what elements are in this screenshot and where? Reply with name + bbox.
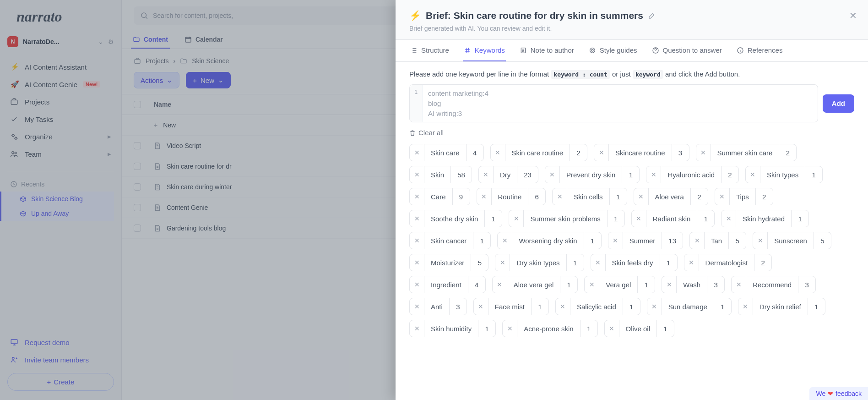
keyword-count[interactable]: 1 <box>660 254 677 271</box>
remove-keyword-button[interactable]: ✕ <box>491 144 505 161</box>
remove-keyword-button[interactable]: ✕ <box>732 276 746 293</box>
remove-keyword-button[interactable]: ✕ <box>722 210 736 227</box>
keyword-count[interactable]: 1 <box>531 298 548 315</box>
tab-keywords[interactable]: Keywords <box>463 40 506 61</box>
remove-keyword-button[interactable]: ✕ <box>662 276 677 293</box>
keyword-count[interactable]: 1 <box>622 166 639 183</box>
tab-structure[interactable]: Structure <box>409 40 450 61</box>
keyword-count[interactable]: 1 <box>656 320 674 337</box>
remove-keyword-button[interactable]: ✕ <box>605 320 619 337</box>
remove-keyword-button[interactable]: ✕ <box>647 298 662 315</box>
remove-keyword-button[interactable]: ✕ <box>410 144 424 161</box>
remove-keyword-button[interactable]: ✕ <box>410 166 424 183</box>
feedback-widget[interactable]: We ❤ feedback <box>809 387 868 400</box>
keyword-count[interactable]: 1 <box>607 210 624 227</box>
keyword-count[interactable]: 1 <box>714 298 731 315</box>
remove-keyword-button[interactable]: ✕ <box>646 166 661 183</box>
keyword-count[interactable]: 3 <box>798 276 815 293</box>
remove-keyword-button[interactable]: ✕ <box>594 144 609 161</box>
keyword-count[interactable]: 2 <box>779 144 796 161</box>
remove-keyword-button[interactable]: ✕ <box>509 210 524 227</box>
keywords-input[interactable]: 1 content marketing:4blogAI writing:3 <box>409 84 818 122</box>
keyword-chip: ✕Skin care4 <box>409 144 484 161</box>
remove-keyword-button[interactable]: ✕ <box>410 276 424 293</box>
remove-keyword-button[interactable]: ✕ <box>410 298 424 315</box>
keyword-chip: ✕Skin feels dry1 <box>591 254 678 271</box>
keyword-chip: ✕Summer skin care2 <box>696 144 797 161</box>
remove-keyword-button[interactable]: ✕ <box>634 188 649 205</box>
tab-question[interactable]: Question to answer <box>651 40 723 61</box>
keyword-count[interactable]: 1 <box>623 298 640 315</box>
remove-keyword-button[interactable]: ✕ <box>545 166 560 183</box>
remove-keyword-button[interactable]: ✕ <box>696 144 711 161</box>
remove-keyword-button[interactable]: ✕ <box>410 210 424 227</box>
remove-keyword-button[interactable]: ✕ <box>585 276 599 293</box>
keyword-count[interactable]: 3 <box>672 144 689 161</box>
remove-keyword-button[interactable]: ✕ <box>477 188 492 205</box>
remove-keyword-button[interactable]: ✕ <box>715 188 730 205</box>
keyword-count[interactable]: 1 <box>560 276 577 293</box>
keyword-count[interactable]: 1 <box>580 320 597 337</box>
keyword-count[interactable]: 23 <box>517 166 538 183</box>
keyword-count[interactable]: 1 <box>478 320 495 337</box>
clear-all-button[interactable]: Clear all <box>409 129 444 137</box>
keyword-count[interactable]: 4 <box>466 144 483 161</box>
keyword-count[interactable]: 1 <box>473 232 490 249</box>
remove-keyword-button[interactable]: ✕ <box>556 298 570 315</box>
keyword-chip: ✕Vera gel1 <box>584 276 655 293</box>
remove-keyword-button[interactable]: ✕ <box>591 254 606 271</box>
keyword-count[interactable]: 6 <box>528 188 545 205</box>
remove-keyword-button[interactable]: ✕ <box>410 320 424 337</box>
keyword-count[interactable]: 2 <box>755 188 773 205</box>
keyword-count[interactable]: 1 <box>805 166 822 183</box>
keyword-chip: ✕Sunscreen5 <box>753 232 831 249</box>
keyword-count[interactable]: 1 <box>609 188 627 205</box>
tab-style[interactable]: Style guides <box>588 40 638 61</box>
panel-tabs: Structure Keywords Note to author Style … <box>396 40 868 62</box>
keyword-count[interactable]: 4 <box>468 276 485 293</box>
remove-keyword-button[interactable]: ✕ <box>738 298 753 315</box>
keyword-count[interactable]: 1 <box>791 210 808 227</box>
remove-keyword-button[interactable]: ✕ <box>553 188 567 205</box>
keyword-count[interactable]: 9 <box>452 188 470 205</box>
keyword-count[interactable]: 3 <box>449 298 467 315</box>
keyword-count[interactable]: 5 <box>814 232 831 249</box>
remove-keyword-button[interactable]: ✕ <box>410 254 424 271</box>
remove-keyword-button[interactable]: ✕ <box>498 232 512 249</box>
close-button[interactable]: ✕ <box>849 10 857 21</box>
keyword-count[interactable]: 2 <box>690 188 708 205</box>
keyword-count[interactable]: 58 <box>450 166 472 183</box>
keyword-count[interactable]: 2 <box>721 166 738 183</box>
remove-keyword-button[interactable]: ✕ <box>608 232 623 249</box>
keyword-count[interactable]: 1 <box>584 232 601 249</box>
keyword-count[interactable]: 3 <box>707 276 724 293</box>
remove-keyword-button[interactable]: ✕ <box>474 298 488 315</box>
keyword-count[interactable]: 1 <box>566 254 584 271</box>
keyword-count[interactable]: 1 <box>637 276 655 293</box>
remove-keyword-button[interactable]: ✕ <box>493 276 507 293</box>
keyword-count[interactable]: 1 <box>697 210 714 227</box>
keyword-count[interactable]: 2 <box>754 254 771 271</box>
remove-keyword-button[interactable]: ✕ <box>746 166 760 183</box>
tab-note[interactable]: Note to author <box>519 40 575 61</box>
add-button[interactable]: Add <box>823 94 854 113</box>
keyword-count[interactable]: 5 <box>728 232 746 249</box>
remove-keyword-button[interactable]: ✕ <box>410 232 424 249</box>
keyword-count[interactable]: 1 <box>484 210 502 227</box>
remove-keyword-button[interactable]: ✕ <box>410 188 424 205</box>
keyword-count[interactable]: 1 <box>808 298 825 315</box>
remove-keyword-button[interactable]: ✕ <box>753 232 768 249</box>
remove-keyword-button[interactable]: ✕ <box>495 254 510 271</box>
remove-keyword-button[interactable]: ✕ <box>503 320 517 337</box>
keyword-count[interactable]: 2 <box>570 144 587 161</box>
keyword-count[interactable]: 13 <box>662 232 683 249</box>
panel-subtitle: Brief generated with AI. You can review … <box>409 25 854 32</box>
remove-keyword-button[interactable]: ✕ <box>632 210 646 227</box>
remove-keyword-button[interactable]: ✕ <box>479 166 494 183</box>
remove-keyword-button[interactable]: ✕ <box>690 232 705 249</box>
edit-icon[interactable] <box>648 11 656 20</box>
remove-keyword-button[interactable]: ✕ <box>684 254 699 271</box>
keyword-chip: ✕Face mist1 <box>473 298 549 315</box>
keyword-count[interactable]: 5 <box>471 254 488 271</box>
tab-references[interactable]: References <box>736 40 784 61</box>
